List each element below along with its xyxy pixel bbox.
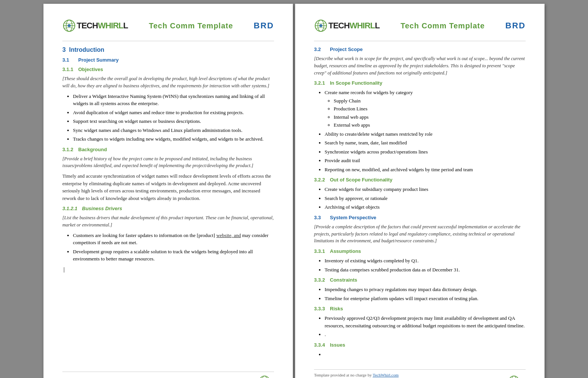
right-logo-tech: TECH xyxy=(328,21,350,31)
list-item: Testing data comprises scrubbed producti… xyxy=(325,266,526,274)
list-item: Production Lines xyxy=(334,105,526,113)
left-header-title: Tech Comm Template xyxy=(128,22,254,30)
left-logo-l: L xyxy=(123,21,128,31)
section-3-1-2-1-heading: 3.1.2.1 Business Drivers xyxy=(62,206,274,211)
section-3-3-2-label: Constraints xyxy=(330,277,357,283)
pages-wrapper: TECHWHIRLL Tech Comm Template BRD 3 Intr… xyxy=(40,0,548,378)
section-3-3-4-bullets xyxy=(325,351,526,358)
chapter-3-number: 3 xyxy=(62,46,69,53)
right-header: TECHWHIRLL Tech Comm Template BRD xyxy=(314,19,526,34)
left-header: TECHWHIRLL Tech Comm Template BRD xyxy=(62,19,274,34)
right-header-divider xyxy=(314,41,526,41)
svg-point-11 xyxy=(319,24,322,27)
list-item: Support text searching on widget names o… xyxy=(73,118,274,125)
section-3-1-2-num: 3.1.2 xyxy=(62,147,78,152)
section-3-2-2-bullets: Create widgets for subsidiary company pr… xyxy=(325,186,526,211)
section-3-1-1-label: Objectives xyxy=(78,67,103,72)
section-3-3-label: System Perspective xyxy=(330,215,376,220)
right-header-title: Tech Comm Template xyxy=(380,22,505,30)
section-3-1-2-1-num: 3.1.2.1 xyxy=(62,206,82,211)
list-item: Archiving of widget objects xyxy=(325,203,526,211)
website-link[interactable]: website, and xyxy=(216,232,241,238)
section-3-1-1-bullets: Deliver a Widget Interactive Naming Syst… xyxy=(73,93,274,143)
left-logo-whirl: WHIRL xyxy=(98,21,123,31)
section-3-1-2-1-bullets: Customers are looking for faster updates… xyxy=(73,232,274,263)
svg-point-4 xyxy=(260,376,269,378)
cursor-area xyxy=(63,266,274,273)
right-header-brd: BRD xyxy=(505,21,526,31)
section-3-3-3-bullets: Previously approved Q2/Q3 development pr… xyxy=(325,314,526,338)
list-item xyxy=(325,351,526,358)
section-3-2-placeholder: [Describe what work is in scope for the … xyxy=(314,55,526,76)
right-footer-link[interactable]: TechWhirl.com xyxy=(373,373,399,377)
left-header-divider xyxy=(62,41,274,41)
section-3-2: 3.2 Project Scope [Describe what work is… xyxy=(314,46,526,76)
section-3-2-label: Project Scope xyxy=(330,46,363,52)
chapter-3-heading: 3 Introduction xyxy=(62,46,274,53)
sub-bullet-list: Supply Chain Production Lines Internal w… xyxy=(334,97,526,129)
right-page-content: TECHWHIRLL Tech Comm Template BRD 3.2 Pr… xyxy=(314,19,526,362)
list-item: . xyxy=(325,331,526,338)
section-3-1-2-1-placeholder: [List the business drivers that make dev… xyxy=(62,214,274,229)
list-item: Synchronize widgets across product/opera… xyxy=(325,148,526,156)
right-footer-line1: Template provided at no charge by TechWh… xyxy=(314,373,504,377)
section-3-1-num: 3.1 xyxy=(62,57,78,63)
section-3-3-4: 3.3.4 Issues xyxy=(314,342,526,358)
section-3-3-4-label: Issues xyxy=(330,342,345,348)
section-3-1-2-1: 3.1.2.1 Business Drivers [List the busin… xyxy=(62,206,274,273)
left-page: TECHWHIRLL Tech Comm Template BRD 3 Intr… xyxy=(43,4,293,378)
section-3-3-4-num: 3.3.4 xyxy=(314,342,330,348)
section-3-1: 3.1 Project Summary xyxy=(62,57,274,63)
section-3-3-1: 3.3.1 Assumptions Inventory of existing … xyxy=(314,248,526,273)
right-logo-whirl: WHIRL xyxy=(350,21,375,31)
section-3-3-placeholder: [Provide a complete description of the f… xyxy=(314,223,526,245)
text-cursor xyxy=(64,267,64,273)
section-3-2-1-label: In Scope Functionality xyxy=(330,80,382,86)
list-item: Reporting on new, modified, and archived… xyxy=(325,166,526,174)
left-page-content: TECHWHIRLL Tech Comm Template BRD 3 Intr… xyxy=(62,19,274,364)
list-item: Search by approver, or rationale xyxy=(325,195,526,202)
section-3-3-2-num: 3.3.2 xyxy=(314,277,330,283)
right-logo-icon xyxy=(314,19,328,33)
list-item: Deliver a Widget Interactive Naming Syst… xyxy=(73,93,274,107)
section-3-3-3-num: 3.3.3 xyxy=(314,306,330,311)
list-item: Provide audit trail xyxy=(325,157,526,164)
list-item: Customers are looking for faster updates… xyxy=(73,232,274,246)
section-3-1-2-body: Timely and accurate synchronization of w… xyxy=(62,172,274,202)
section-3-1-2: 3.1.2 Background [Provide a brief histor… xyxy=(62,147,274,202)
section-3-3-num: 3.3 xyxy=(314,215,330,220)
list-item: Supply Chain xyxy=(334,97,526,105)
section-3-2-1-num: 3.2.1 xyxy=(314,80,330,86)
section-3-3-heading: 3.3 System Perspective xyxy=(314,215,526,220)
list-item: Create name records for widgets by categ… xyxy=(325,89,526,129)
right-footer-logo-icon xyxy=(508,375,520,378)
list-item: Ability to create/delete widget names re… xyxy=(325,130,526,138)
list-item: Impending changes to privacy regulations… xyxy=(325,286,526,293)
section-3-3-1-label: Assumptions xyxy=(330,248,361,254)
section-3-1-1: 3.1.1 Objectives [These should describe … xyxy=(62,67,274,143)
left-footer: Template provided at no charge by TechWh… xyxy=(62,372,274,378)
section-3-3-4-heading: 3.3.4 Issues xyxy=(314,342,526,348)
list-item: Tracks changes to widgets including new … xyxy=(73,135,274,143)
section-3-1-1-num: 3.1.1 xyxy=(62,67,78,72)
section-3-2-2-num: 3.2.2 xyxy=(314,177,330,183)
list-item: Internal web apps xyxy=(334,113,526,121)
section-3-1-2-placeholder: [Provide a brief history of how the proj… xyxy=(62,155,274,170)
section-3-1-1-placeholder: [These should describe the overall goal … xyxy=(62,75,274,90)
section-3-1-2-1-label: Business Drivers xyxy=(82,206,122,211)
footer-logo-icon xyxy=(259,375,270,378)
section-3-3-2-heading: 3.3.2 Constraints xyxy=(314,277,526,283)
list-item: Create widgets for subsidiary company pr… xyxy=(325,186,526,193)
right-page: TECHWHIRLL Tech Comm Template BRD 3.2 Pr… xyxy=(295,4,545,378)
list-item: Previously approved Q2/Q3 development pr… xyxy=(325,314,526,329)
section-3-2-2-label: Out of Scope Functionality xyxy=(330,177,392,183)
section-3-3: 3.3 System Perspective [Provide a comple… xyxy=(314,215,526,245)
right-footer: Template provided at no charge by TechWh… xyxy=(314,369,526,378)
list-item: Development group requires a scalable so… xyxy=(73,248,274,263)
list-item: Inventory of existing widgets completed … xyxy=(325,257,526,265)
left-logo-tech: TECH xyxy=(77,21,98,31)
section-3-2-1-bullets: Create name records for widgets by categ… xyxy=(325,89,526,173)
list-item: Sync widget names and changes to Windows… xyxy=(73,127,274,134)
section-3-3-3: 3.3.3 Risks Previously approved Q2/Q3 de… xyxy=(314,306,526,338)
section-3-3-2-bullets: Impending changes to privacy regulations… xyxy=(325,286,526,302)
